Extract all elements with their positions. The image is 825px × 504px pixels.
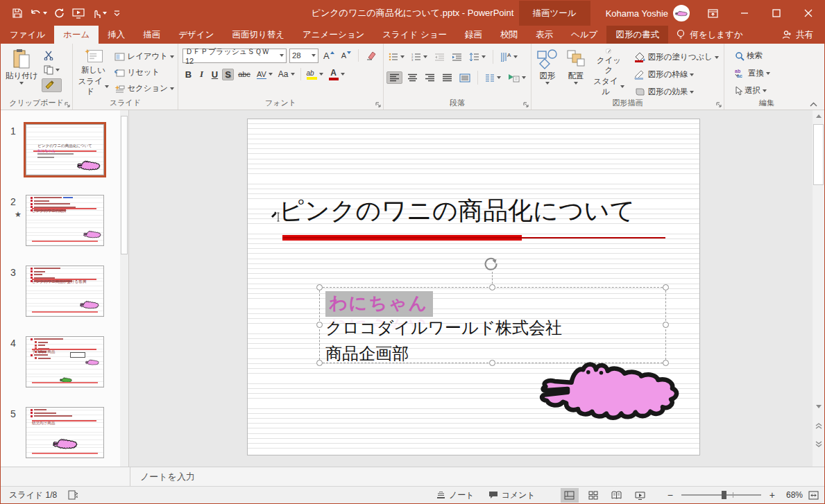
slide-sorter-view-button[interactable] [584, 488, 602, 503]
thumbnail-slide-4[interactable]: 4 子供向け商品 [6, 336, 117, 388]
decrease-indent-button[interactable] [432, 51, 447, 62]
tab-home[interactable]: ホーム [54, 26, 99, 44]
slideshow-view-button[interactable] [631, 488, 649, 503]
thumbnail-slide-2[interactable]: 2★ ピンクのワニの紹介 [6, 195, 117, 246]
tab-file[interactable]: ファイル [1, 26, 54, 44]
arrange-button[interactable]: 配置 [562, 46, 590, 98]
pink-crocodile-drawing[interactable] [539, 359, 681, 421]
drawing-dialog-launcher[interactable] [716, 102, 722, 108]
notes-input[interactable]: ノートを入力 [130, 467, 824, 486]
resize-handle-sw[interactable] [316, 360, 323, 366]
slide-editing-surface[interactable]: ピンクのワニの商品化について わにちゃん わにちゃ [247, 119, 700, 455]
shape-fill-button[interactable]: 図形の塗りつぶし [632, 51, 721, 64]
zoom-slider[interactable] [681, 494, 761, 496]
touch-mouse-mode-button[interactable] [92, 8, 107, 19]
text-direction-button[interactable]: A [498, 51, 520, 63]
shapes-button[interactable]: 図形 [533, 46, 562, 98]
new-slide-button[interactable]: 新しい スライド [74, 46, 112, 98]
font-size-combobox[interactable]: 28 [289, 49, 318, 63]
collapse-ribbon-button[interactable] [810, 102, 817, 107]
character-spacing-button[interactable]: AV [255, 69, 275, 80]
customize-qat-button[interactable] [114, 10, 120, 17]
maximize-button[interactable] [760, 1, 792, 26]
increase-indent-button[interactable] [450, 51, 464, 62]
tab-insert[interactable]: 挿入 [99, 26, 134, 44]
accessibility-checker-icon[interactable] [68, 490, 79, 500]
copy-button[interactable] [42, 64, 62, 76]
tab-help[interactable]: ヘルプ [562, 26, 606, 44]
scrollbar-thumb[interactable] [813, 124, 824, 185]
clear-formatting-button[interactable] [364, 49, 379, 62]
distribute-text-button[interactable] [457, 72, 473, 84]
font-color-button[interactable]: A [327, 67, 347, 82]
highlight-color-button[interactable]: ab [305, 67, 325, 81]
tab-animations[interactable]: アニメーション [294, 26, 373, 44]
tab-design[interactable]: デザイン [169, 26, 223, 44]
ribbon-display-options-button[interactable] [697, 1, 729, 26]
numbering-button[interactable]: 123 [409, 51, 429, 62]
resize-handle-nw[interactable] [316, 284, 323, 290]
comments-toggle-button[interactable]: コメント [484, 488, 540, 503]
reset-button[interactable]: リセット [112, 66, 176, 79]
zoom-out-button[interactable]: − [667, 489, 673, 501]
change-case-button[interactable]: Aa [276, 68, 297, 80]
shape-outline-button[interactable]: 図形の枠線 [632, 68, 721, 81]
tab-transitions[interactable]: 画面切り替え [223, 26, 294, 44]
scroll-up-button[interactable] [813, 110, 824, 122]
tab-view[interactable]: 表示 [527, 26, 562, 44]
minimize-button[interactable] [729, 1, 760, 26]
start-slideshow-icon[interactable] [72, 8, 85, 19]
resize-handle-s[interactable] [489, 360, 495, 366]
redo-button[interactable] [54, 8, 65, 19]
close-button[interactable] [792, 1, 824, 26]
account-button[interactable]: Kohama Yoshie [590, 5, 697, 21]
shape-effects-button[interactable]: 図形の効果 [632, 85, 721, 98]
subtitle-textbox[interactable]: わにちゃん わにちゃん クロコダイルワールド株式会社 商品企画部 [319, 287, 666, 363]
resize-handle-n[interactable] [489, 284, 495, 290]
find-button[interactable]: 検索 [733, 49, 772, 62]
resize-handle-ne[interactable] [663, 284, 669, 290]
bold-button[interactable]: B [182, 69, 194, 80]
format-painter-button[interactable] [42, 78, 62, 92]
italic-button[interactable]: I [196, 69, 207, 80]
company-text[interactable]: クロコダイルワールド株式会社 [325, 317, 562, 339]
resize-handle-w[interactable] [316, 322, 323, 328]
increase-font-size-button[interactable]: A [321, 49, 337, 62]
tab-slideshow[interactable]: スライド ショー [373, 26, 456, 44]
justify-button[interactable] [440, 72, 454, 83]
thumbnail-slide-5[interactable]: 5 幼児向け商品 [6, 407, 117, 458]
tab-review[interactable]: 校閲 [491, 26, 527, 44]
bullets-button[interactable] [386, 51, 407, 62]
convert-smartart-button[interactable] [506, 72, 528, 84]
rotate-handle[interactable] [482, 255, 499, 272]
resize-handle-e[interactable] [663, 322, 669, 328]
avatar[interactable] [673, 5, 690, 21]
slide-title-text[interactable]: ピンクのワニの商品化について [279, 194, 635, 228]
underline-button[interactable]: U [209, 69, 221, 80]
tab-draw[interactable]: 描画 [134, 26, 169, 44]
reading-view-button[interactable] [608, 488, 626, 503]
align-left-button[interactable] [386, 71, 402, 84]
name-highlighted-text[interactable]: わにちゃん [325, 291, 433, 317]
zoom-in-button[interactable]: + [769, 489, 775, 501]
font-dialog-launcher[interactable] [375, 102, 382, 108]
replace-button[interactable]: abac置換 [733, 67, 772, 80]
paragraph-dialog-launcher[interactable] [523, 102, 529, 108]
decrease-font-size-button[interactable]: A [339, 50, 353, 61]
share-button[interactable]: 共有 [771, 26, 824, 44]
thumbnail-scrollbar[interactable] [120, 110, 128, 467]
tab-record[interactable]: 録画 [456, 26, 491, 44]
align-center-button[interactable] [405, 72, 420, 83]
notes-toggle-button[interactable]: ノート [432, 488, 479, 503]
vertical-scrollbar[interactable] [813, 110, 824, 467]
layout-button[interactable]: レイアウト [112, 50, 176, 63]
normal-view-button[interactable] [561, 488, 579, 503]
font-name-combobox[interactable]: ＤＦＰブラッシュＳＱＷ12 [182, 49, 287, 63]
tab-shape-format[interactable]: 図形の書式 [606, 26, 668, 44]
text-shadow-button[interactable]: S [222, 69, 234, 80]
thumbnail-slide-1[interactable]: 1 ピンクのワニの商品化について わにちゃん [6, 124, 117, 175]
section-button[interactable]: セクション [112, 82, 176, 95]
line-spacing-button[interactable] [467, 51, 488, 63]
next-slide-button[interactable] [813, 438, 824, 450]
strikethrough-button[interactable]: abc [235, 70, 253, 78]
